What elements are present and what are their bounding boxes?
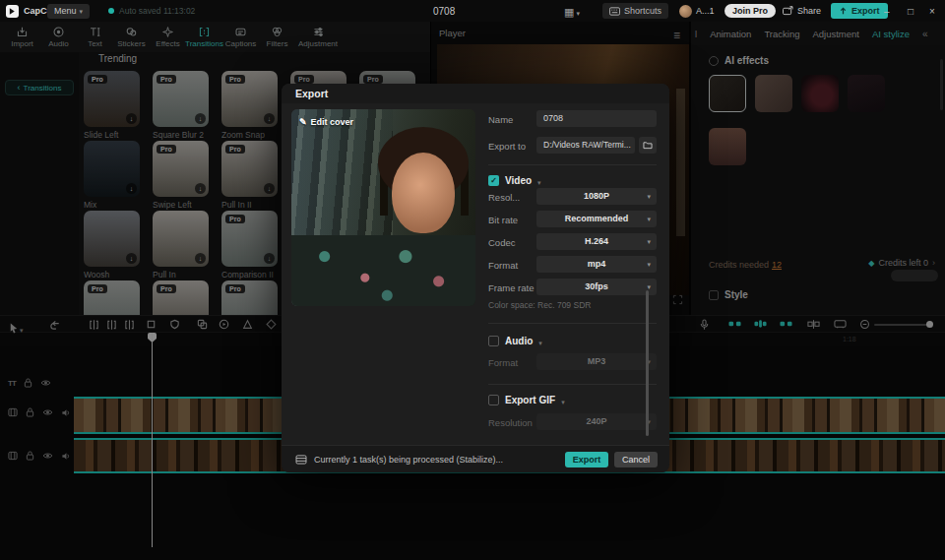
video-checkbox[interactable] (488, 175, 499, 186)
chevron-down-icon[interactable] (561, 391, 565, 408)
bitrate-dropdown[interactable]: Recommended (536, 211, 657, 227)
autosave-dot-icon (108, 8, 114, 14)
name-input[interactable]: 0708 (536, 110, 657, 127)
capcut-window: CapCut Menu Auto saved 11:13:02 0708 Sho… (0, 0, 945, 560)
folder-icon (643, 141, 653, 150)
format-dropdown[interactable]: mp4 (536, 256, 657, 273)
share-button[interactable]: Share (783, 0, 821, 22)
close-button[interactable]: × (929, 0, 945, 22)
minimize-button[interactable]: – (884, 0, 902, 22)
layout-switcher[interactable] (564, 0, 580, 22)
shortcuts-button[interactable]: Shortcuts (602, 0, 668, 22)
keyboard-icon (609, 7, 620, 16)
preview-face (392, 153, 455, 233)
export-to-label: Export to (488, 141, 526, 152)
audio-checkbox[interactable] (488, 336, 499, 346)
audio-section-label: Audio (505, 336, 533, 346)
processing-icon (295, 451, 307, 468)
name-label: Name (488, 114, 513, 125)
join-pro-button[interactable]: Join Pro (724, 0, 776, 22)
format-label: Format (488, 260, 518, 271)
gif-resolution-label: Resolution (488, 417, 533, 428)
export-confirm-button[interactable]: Export (565, 452, 608, 467)
video-section-header: Video (488, 171, 541, 189)
audio-format-label: Format (488, 357, 518, 368)
menu-button[interactable]: Menu (47, 0, 90, 22)
document-title: 0708 (433, 0, 455, 22)
dialog-scrollbar[interactable] (646, 290, 649, 436)
export-dialog-footer: Currently 1 task(s) being processed (Sta… (282, 445, 669, 472)
maximize-button[interactable]: □ (908, 0, 925, 22)
chevron-down-icon (80, 6, 84, 16)
framerate-label: Frame rate (488, 282, 534, 293)
processing-status: Currently 1 task(s) being processed (Sta… (314, 455, 503, 465)
edit-cover-button[interactable]: Edit cover (299, 117, 353, 127)
export-dialog: Export Edit cover Name 0708 Export to D:… (282, 84, 669, 472)
chevron-down-icon[interactable] (538, 332, 542, 349)
audio-format-dropdown[interactable]: MP3 (536, 353, 657, 370)
resolution-dropdown[interactable]: 1080P (536, 188, 657, 205)
cancel-export-button[interactable]: Cancel (614, 452, 658, 467)
gif-section-header: Export GIF (488, 391, 565, 408)
gif-section-label: Export GIF (505, 395, 555, 405)
export-icon (839, 7, 848, 16)
audio-section-header: Audio (488, 332, 542, 349)
color-space-text: Color space: Rec. 709 SDR (488, 300, 591, 310)
gif-checkbox[interactable] (488, 395, 499, 405)
video-section-label: Video (505, 175, 532, 186)
avatar (679, 5, 692, 18)
share-icon (783, 6, 793, 16)
chevron-down-icon[interactable] (537, 171, 541, 189)
codec-label: Codec (488, 237, 515, 248)
export-dialog-header: Export (282, 84, 669, 103)
gif-resolution-dropdown[interactable]: 240P (536, 413, 657, 430)
autosave-status: Auto saved 11:13:02 (108, 0, 195, 22)
preview-shirt (291, 235, 475, 306)
titlebar: CapCut Menu Auto saved 11:13:02 0708 Sho… (0, 0, 945, 22)
framerate-dropdown[interactable]: 30fps (536, 279, 657, 295)
account-button[interactable]: A...1 (679, 0, 715, 22)
export-button-top[interactable]: Export (831, 0, 888, 22)
browse-folder-button[interactable] (639, 137, 657, 154)
chevron-down-icon (576, 2, 580, 20)
export-dialog-title: Export (295, 88, 328, 99)
layout-grid-icon (564, 2, 574, 20)
export-cover-preview[interactable]: Edit cover (291, 109, 475, 306)
resolution-label: Resol... (488, 192, 520, 203)
codec-dropdown[interactable]: H.264 (536, 233, 657, 250)
export-path-input[interactable]: D:/Videos RAW/Termi... (536, 137, 635, 154)
bitrate-label: Bit rate (488, 215, 518, 225)
